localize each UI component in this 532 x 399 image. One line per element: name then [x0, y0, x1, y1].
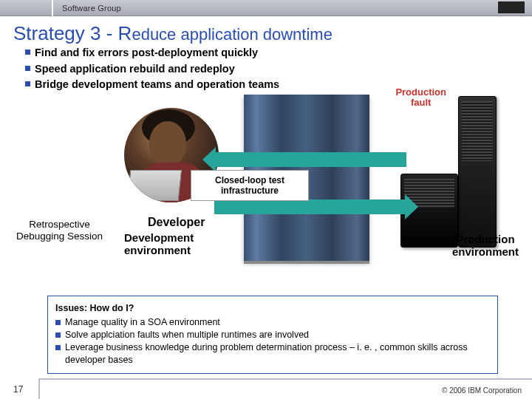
arrow-right-icon [214, 200, 406, 214]
slide-title: Strategy 3 - Reduce application downtime [13, 22, 332, 45]
bullet-item: Bridge development teams and operation t… [25, 78, 279, 92]
ibm-logo-icon [498, 1, 525, 13]
bullet-item: Find and fix errors post-deployment quic… [25, 46, 279, 61]
development-environment-label: Development environment [124, 232, 194, 256]
issues-header: Issues: How do I? [55, 302, 490, 315]
title-main: Strategy 3 - R [13, 22, 132, 44]
issues-item: Solve applciation faults when multiple r… [55, 329, 490, 341]
production-environment-label: Production environment [452, 233, 519, 258]
topbar-label: Software Group [62, 4, 121, 13]
bullet-icon [55, 320, 61, 325]
footer: 17 © 2006 IBM Corporation [0, 378, 532, 399]
arrow-left-icon [214, 152, 406, 167]
copyright-text: © 2006 IBM Corporation [442, 386, 522, 395]
issues-box: Issues: How do I? Manage quality in a SO… [47, 296, 498, 374]
issues-item: Manage quality in a SOA environment [55, 316, 490, 329]
bullet-icon [25, 81, 30, 86]
prod-env-text: Production environment [452, 233, 519, 258]
issues-text: Solve applciation faults when multiple r… [65, 329, 490, 341]
footer-vertical-rule [38, 378, 40, 399]
retrospective-label: Retrospective Debugging Session [16, 219, 103, 242]
title-rest: educe application downtime [132, 25, 332, 44]
top-bar: Software Group [0, 0, 532, 16]
production-fault-text: Production fault [395, 86, 446, 108]
bullet-icon [55, 332, 61, 338]
retrospective-text: Retrospective Debugging Session [16, 219, 103, 242]
closed-loop-text: Closed-loop test infrastructure [215, 175, 284, 196]
bullet-text: Find and fix errors post-deployment quic… [35, 46, 258, 61]
issues-text: Leverage business knowledge during probl… [65, 341, 490, 366]
closed-loop-box: Closed-loop test infrastructure [191, 170, 309, 201]
bullet-text: Speed application rebuild and redeploy [35, 62, 235, 77]
production-fault-label: Production fault [395, 87, 446, 109]
topbar-divider [0, 0, 53, 16]
slide-number: 17 [13, 384, 23, 395]
dev-env-text: Development environment [124, 231, 194, 256]
issues-item: Leverage business knowledge during probl… [55, 341, 490, 366]
top-bullet-list: Find and fix errors post-deployment quic… [25, 46, 279, 94]
issues-text: Manage quality in a SOA environment [65, 316, 490, 329]
bullet-icon [25, 50, 30, 55]
bullet-item: Speed application rebuild and redeploy [25, 62, 279, 77]
footer-horizontal-rule [38, 378, 532, 380]
bullet-icon [55, 345, 61, 350]
bullet-icon [25, 66, 30, 71]
bullet-text: Bridge development teams and operation t… [35, 78, 279, 92]
server-rack-tall-icon [458, 96, 497, 248]
developer-label: Developer [148, 216, 205, 229]
